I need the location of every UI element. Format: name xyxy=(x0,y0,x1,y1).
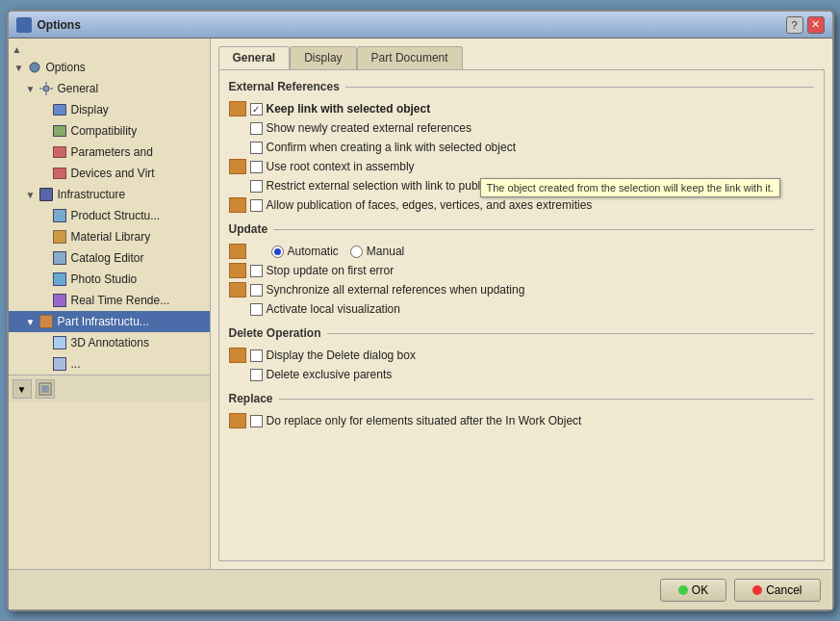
tab-display[interactable]: Display xyxy=(290,46,356,69)
sidebar-item-3d-annotations[interactable]: 3D Annotations xyxy=(9,332,210,353)
help-button[interactable]: ? xyxy=(786,16,803,34)
manual-radio[interactable] xyxy=(350,246,363,258)
leaf-spacer xyxy=(38,294,51,307)
sidebar-item-label: 3D Annotations xyxy=(71,336,149,349)
sidebar-item-product[interactable]: Product Structu... xyxy=(9,205,210,226)
sidebar-item-devices[interactable]: Devices and Virt xyxy=(9,163,210,184)
expand-icon: ▼ xyxy=(24,82,38,95)
title-bar-left: Options xyxy=(16,17,81,33)
sidebar-item-part-infrastructure[interactable]: ▼ Part Infrastructu... xyxy=(9,311,210,332)
allow-pub-checkbox[interactable] xyxy=(250,199,263,212)
cancel-button[interactable]: Cancel xyxy=(734,579,820,602)
delete-exclusive-label: Delete exclusive parents xyxy=(267,368,393,381)
sidebar-item-photo[interactable]: Photo Studio xyxy=(9,269,210,290)
sync-label: Synchronize all external references when… xyxy=(267,283,525,297)
product-icon xyxy=(51,207,68,224)
svg-point-1 xyxy=(43,86,49,91)
param-icon xyxy=(51,143,68,161)
leaf-spacer xyxy=(38,230,51,244)
sidebar-item-parameters[interactable]: Parameters and xyxy=(9,142,210,163)
leaf-spacer xyxy=(38,357,51,371)
option-keep-link: Keep link with selected object xyxy=(229,99,814,118)
restrict-checkbox[interactable] xyxy=(250,180,263,193)
photo-icon xyxy=(51,271,68,288)
option-do-replace: Do replace only for elements situated af… xyxy=(229,411,814,430)
sidebar-item-render[interactable]: Real Time Rende... xyxy=(9,290,210,311)
do-replace-checkbox[interactable] xyxy=(250,415,263,427)
sidebar-item-options-root[interactable]: ▼ Options xyxy=(9,57,210,78)
leaf-spacer xyxy=(38,145,51,159)
section-delete: Delete Operation xyxy=(229,326,814,340)
option-icon xyxy=(229,263,246,278)
svg-point-0 xyxy=(30,63,39,72)
section-title: Replace xyxy=(229,392,273,405)
option-icon xyxy=(229,159,246,174)
display-icon xyxy=(51,101,68,118)
section-replace: Replace xyxy=(229,392,814,405)
expand-icon: ▼ xyxy=(24,315,38,328)
devices-icon xyxy=(51,165,68,182)
automatic-radio[interactable] xyxy=(271,246,284,258)
svg-rect-5 xyxy=(50,88,53,90)
scroll-up-button[interactable]: ▲ xyxy=(9,42,210,57)
tab-general[interactable]: General xyxy=(218,46,291,69)
sidebar-item-label: Real Time Rende... xyxy=(71,294,170,307)
section-divider xyxy=(279,399,814,400)
keep-link-checkbox[interactable] xyxy=(250,103,263,116)
display-delete-checkbox[interactable] xyxy=(250,349,263,362)
section-divider xyxy=(327,333,814,334)
update-radio-group: Automatic Manual xyxy=(271,245,405,258)
sidebar-item-material[interactable]: Material Library xyxy=(9,226,210,247)
automatic-label: Automatic xyxy=(288,245,339,258)
ok-button[interactable]: OK xyxy=(660,579,726,602)
option-icon xyxy=(229,101,246,116)
option-allow-publication: Allow publication of faces, edges, verti… xyxy=(229,195,814,215)
stop-update-label: Stop update on first error xyxy=(267,264,395,277)
sidebar-item-label: Options xyxy=(46,61,86,74)
infra-icon xyxy=(38,186,55,203)
use-root-label: Use root context in assembly xyxy=(267,160,415,173)
scroll-down-button[interactable]: ▼ xyxy=(13,379,32,399)
show-newly-checkbox[interactable] xyxy=(250,122,263,135)
sidebar-item-label: General xyxy=(58,82,99,95)
leaf-spacer xyxy=(38,124,51,138)
section-title: Delete Operation xyxy=(229,326,321,340)
annotations-icon xyxy=(51,334,68,351)
leaf-spacer xyxy=(38,251,51,265)
leaf-spacer xyxy=(38,167,51,180)
option-icon xyxy=(229,197,246,213)
sidebar-item-infrastructure[interactable]: ▼ Infrastructure xyxy=(9,184,210,205)
radio-manual[interactable]: Manual xyxy=(350,245,404,258)
delete-exclusive-checkbox[interactable] xyxy=(250,369,263,381)
sidebar-item-more[interactable]: ... xyxy=(9,353,210,375)
radio-automatic[interactable]: Automatic xyxy=(271,245,339,258)
display-delete-label: Display the Delete dialog box xyxy=(267,349,416,362)
sidebar-item-label: Catalog Editor xyxy=(71,251,144,265)
confirm-link-checkbox[interactable] xyxy=(250,142,263,154)
tab-part-document[interactable]: Part Document xyxy=(357,46,463,69)
close-button[interactable]: ✕ xyxy=(807,16,825,34)
cancel-dot-icon xyxy=(752,585,762,595)
sidebar-item-compatibility[interactable]: Compatibility xyxy=(9,120,210,142)
sidebar-item-label: Infrastructure xyxy=(58,188,126,201)
sidebar-item-label: Compatibility xyxy=(71,124,138,138)
options-window: Options ? ✕ ▲ ▼ Options ▼ xyxy=(7,10,834,611)
sidebar-item-label: Photo Studio xyxy=(71,272,138,286)
options-icon xyxy=(26,59,43,76)
confirm-link-label: Confirm when creating a link with select… xyxy=(267,141,516,154)
option-display-delete: Display the Delete dialog box xyxy=(229,346,814,365)
title-bar-buttons: ? ✕ xyxy=(786,16,825,34)
sidebar-item-label: Material Library xyxy=(71,230,151,244)
scroll-to-bottom-button[interactable] xyxy=(36,379,55,399)
sidebar-item-label: Part Infrastructu... xyxy=(58,315,149,328)
cancel-label: Cancel xyxy=(766,583,802,597)
activate-local-checkbox[interactable] xyxy=(250,303,263,316)
window-title: Options xyxy=(38,18,81,32)
sidebar-item-catalog[interactable]: Catalog Editor xyxy=(9,247,210,269)
use-root-checkbox[interactable] xyxy=(250,161,263,173)
sidebar-item-general[interactable]: ▼ General xyxy=(9,78,210,99)
sidebar-item-display[interactable]: Display xyxy=(9,99,210,120)
sidebar-item-label: ... xyxy=(71,357,81,371)
sync-checkbox[interactable] xyxy=(250,284,263,297)
stop-update-checkbox[interactable] xyxy=(250,265,263,277)
